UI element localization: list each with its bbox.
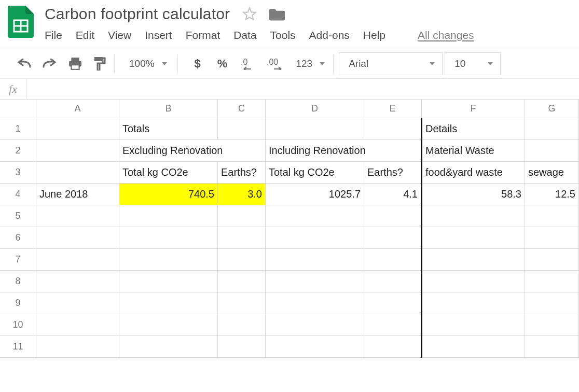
cell-b9[interactable] <box>119 292 218 314</box>
cell-g6[interactable] <box>525 227 579 249</box>
font-size-dropdown[interactable]: 10 <box>445 52 501 75</box>
cell-b3[interactable]: Total kg CO2e <box>119 162 218 184</box>
cell-g4[interactable]: 12.5 <box>525 184 579 205</box>
cell-b4[interactable]: 740.5 <box>119 184 218 205</box>
row-header-10[interactable]: 10 <box>0 314 36 336</box>
cell-f4[interactable]: 58.3 <box>421 184 525 205</box>
cell-g1[interactable] <box>525 118 579 140</box>
cell-c1[interactable] <box>218 118 266 140</box>
cell-g3[interactable]: sewage <box>525 162 579 184</box>
undo-icon[interactable] <box>17 59 31 69</box>
cell-g9[interactable] <box>525 292 579 314</box>
save-status-link[interactable]: All changes <box>418 29 474 41</box>
cell-b6[interactable] <box>119 227 218 249</box>
cell-d9[interactable] <box>266 292 364 314</box>
col-header-c[interactable]: C <box>218 100 266 118</box>
menu-insert[interactable]: Insert <box>145 29 172 41</box>
percent-format-button[interactable]: % <box>215 57 230 71</box>
cell-c8[interactable] <box>218 271 266 292</box>
cell-f2[interactable]: Material Waste <box>421 140 525 162</box>
row-header-3[interactable]: 3 <box>0 162 36 184</box>
formula-input[interactable] <box>26 79 579 99</box>
cell-a10[interactable] <box>36 314 119 336</box>
cell-e10[interactable] <box>364 314 421 336</box>
menu-view[interactable]: View <box>108 29 131 41</box>
cell-c11[interactable] <box>218 336 266 358</box>
cell-c9[interactable] <box>218 292 266 314</box>
cell-d8[interactable] <box>266 271 364 292</box>
cell-c3[interactable]: Earths? <box>218 162 266 184</box>
row-header-4[interactable]: 4 <box>0 184 36 205</box>
row-header-8[interactable]: 8 <box>0 271 36 292</box>
sheets-app-icon[interactable] <box>6 7 35 36</box>
cell-f9[interactable] <box>421 292 525 314</box>
cell-a7[interactable] <box>36 249 119 271</box>
cell-b7[interactable] <box>119 249 218 271</box>
row-header-2[interactable]: 2 <box>0 140 36 162</box>
cell-e3[interactable]: Earths? <box>364 162 421 184</box>
cell-d4[interactable]: 1025.7 <box>266 184 364 205</box>
cell-f6[interactable] <box>421 227 525 249</box>
menu-data[interactable]: Data <box>233 29 256 41</box>
cell-b11[interactable] <box>119 336 218 358</box>
document-title[interactable]: Carbon footprint calculator <box>45 5 230 23</box>
cell-a1[interactable] <box>36 118 119 140</box>
col-header-g[interactable]: G <box>525 100 579 118</box>
col-header-f[interactable]: F <box>421 100 525 118</box>
increase-decimal-button[interactable]: .00 <box>267 58 285 70</box>
cell-g10[interactable] <box>525 314 579 336</box>
cell-a5[interactable] <box>36 205 119 227</box>
cell-b8[interactable] <box>119 271 218 292</box>
cell-a8[interactable] <box>36 271 119 292</box>
cell-d2[interactable]: Including Renovation <box>266 140 421 162</box>
redo-icon[interactable] <box>43 59 57 69</box>
cell-f8[interactable] <box>421 271 525 292</box>
menu-format[interactable]: Format <box>186 29 220 41</box>
cell-d10[interactable] <box>266 314 364 336</box>
cell-b1[interactable]: Totals <box>119 118 218 140</box>
cell-c4[interactable]: 3.0 <box>218 184 266 205</box>
row-header-11[interactable]: 11 <box>0 336 36 358</box>
cell-b5[interactable] <box>119 205 218 227</box>
menu-edit[interactable]: Edit <box>76 29 94 41</box>
menu-help[interactable]: Help <box>363 29 385 41</box>
star-icon[interactable] <box>242 7 257 21</box>
cell-d11[interactable] <box>266 336 364 358</box>
cell-g2[interactable] <box>525 140 579 162</box>
cell-f5[interactable] <box>421 205 525 227</box>
cell-d5[interactable] <box>266 205 364 227</box>
col-header-d[interactable]: D <box>266 100 364 118</box>
cell-f11[interactable] <box>421 336 525 358</box>
cell-a9[interactable] <box>36 292 119 314</box>
cell-f3[interactable]: food&yard waste <box>421 162 525 184</box>
cell-b10[interactable] <box>119 314 218 336</box>
font-family-dropdown[interactable]: Arial <box>339 52 443 75</box>
select-all-corner[interactable] <box>0 100 36 118</box>
decrease-decimal-button[interactable]: .0 <box>241 58 256 70</box>
currency-format-button[interactable]: $ <box>192 57 203 71</box>
cell-a2[interactable] <box>36 140 119 162</box>
row-header-9[interactable]: 9 <box>0 292 36 314</box>
cell-e9[interactable] <box>364 292 421 314</box>
cell-a6[interactable] <box>36 227 119 249</box>
cell-d1[interactable] <box>266 118 364 140</box>
cell-c5[interactable] <box>218 205 266 227</box>
cell-e4[interactable]: 4.1 <box>364 184 421 205</box>
menu-addons[interactable]: Add-ons <box>309 29 350 41</box>
cell-f10[interactable] <box>421 314 525 336</box>
cell-e8[interactable] <box>364 271 421 292</box>
cell-d6[interactable] <box>266 227 364 249</box>
cell-a11[interactable] <box>36 336 119 358</box>
cell-a3[interactable] <box>36 162 119 184</box>
print-icon[interactable] <box>68 58 82 70</box>
folder-icon[interactable] <box>269 7 285 21</box>
cell-g5[interactable] <box>525 205 579 227</box>
menu-file[interactable]: File <box>45 29 62 41</box>
cell-a4[interactable]: June 2018 <box>36 184 119 205</box>
number-format-dropdown[interactable]: 123 <box>294 58 325 69</box>
cell-d7[interactable] <box>266 249 364 271</box>
menu-tools[interactable]: Tools <box>270 29 296 41</box>
col-header-a[interactable]: A <box>36 100 119 118</box>
cell-e7[interactable] <box>364 249 421 271</box>
cell-b2[interactable]: Excluding Renovation <box>119 140 266 162</box>
